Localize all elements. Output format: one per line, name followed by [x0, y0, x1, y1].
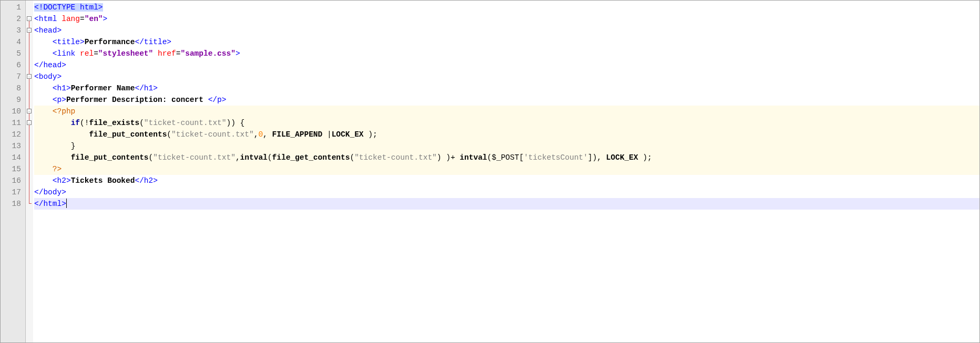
code-line[interactable]: <!DOCTYPE html> [34, 2, 979, 13]
fold-toggle[interactable]: - [27, 74, 32, 79]
line-number: 4 [1, 36, 25, 48]
fold-toggle[interactable]: - [27, 28, 32, 33]
code-line[interactable]: if(!file_exists("ticket-count.txt")) { [34, 117, 979, 129]
line-number: 3 [1, 25, 25, 36]
line-number: 12 [1, 129, 25, 140]
code-line[interactable]: <html lang="en"> [34, 13, 979, 25]
line-number: 15 [1, 163, 25, 175]
line-number: 1 [1, 2, 25, 13]
code-line[interactable]: </body> [34, 186, 979, 198]
fold-toggle[interactable]: - [27, 120, 32, 125]
line-number: 13 [1, 140, 25, 152]
line-number: 2 [1, 13, 25, 25]
code-line[interactable]: file_put_contents("ticket-count.txt",0, … [34, 129, 979, 140]
code-line[interactable]: <body> [34, 71, 979, 82]
code-line[interactable]: <h1>Performer Name</h1> [34, 82, 979, 94]
line-number: 16 [1, 175, 25, 186]
code-line[interactable]: ?> [34, 163, 979, 175]
fold-toggle[interactable]: - [27, 16, 32, 21]
line-number: 18 [1, 198, 25, 210]
code-line[interactable]: </head> [34, 59, 979, 71]
line-number: 7 [1, 71, 25, 82]
code-line[interactable]: <?php [34, 106, 979, 117]
line-number: 14 [1, 152, 25, 163]
line-number-gutter: 123456789101112131415161718 [1, 1, 26, 342]
line-number: 17 [1, 186, 25, 198]
code-line[interactable]: file_put_contents("ticket-count.txt",int… [34, 152, 979, 163]
line-number: 10 [1, 106, 25, 117]
line-number: 8 [1, 82, 25, 94]
line-number: 11 [1, 117, 25, 129]
code-line-current[interactable]: </html> [34, 198, 979, 210]
fold-column: ----- [26, 1, 33, 342]
code-line[interactable]: <head> [34, 25, 979, 36]
line-number: 9 [1, 94, 25, 106]
text-caret [66, 199, 67, 208]
line-number: 6 [1, 59, 25, 71]
line-number: 5 [1, 48, 25, 59]
code-line[interactable]: <h2>Tickets Booked</h2> [34, 175, 979, 186]
fold-toggle[interactable]: - [27, 109, 32, 113]
code-line[interactable]: <p>Performer Description: concert </p> [34, 94, 979, 106]
code-line[interactable]: } [34, 140, 979, 152]
code-line[interactable]: <link rel="stylesheet" href="sample.css"… [34, 48, 979, 59]
code-line[interactable]: <title>Performance</title> [34, 36, 979, 48]
code-area[interactable]: <!DOCTYPE html> <html lang="en"> <head> … [33, 1, 979, 342]
code-editor: 123456789101112131415161718 ----- <!DOCT… [1, 1, 979, 342]
